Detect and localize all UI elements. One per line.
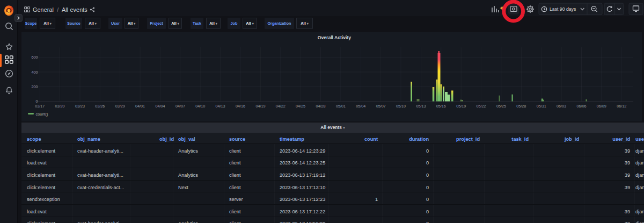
svg-text:05/04: 05/04 — [356, 104, 365, 109]
svg-text:06/12: 06/12 — [617, 104, 626, 109]
svg-text:05/28: 05/28 — [516, 104, 526, 109]
svg-text:03/17: 03/17 — [35, 104, 45, 109]
svg-text:600: 600 — [32, 55, 38, 60]
svg-text:04/10: 04/10 — [195, 104, 205, 109]
svg-text:05/31: 05/31 — [537, 104, 546, 109]
svg-text:04/01: 04/01 — [135, 104, 145, 109]
svg-text:05/19: 05/19 — [456, 104, 466, 109]
svg-text:04/25: 04/25 — [296, 104, 305, 109]
svg-text:04/19: 04/19 — [255, 104, 265, 109]
svg-text:04/07: 04/07 — [175, 104, 185, 109]
svg-text:04/04: 04/04 — [156, 104, 165, 109]
svg-text:05/07: 05/07 — [376, 104, 386, 109]
svg-text:05/25: 05/25 — [496, 104, 506, 109]
svg-text:Last 90 days: Last 90 days — [550, 6, 576, 12]
svg-text:400: 400 — [32, 70, 38, 75]
svg-text:05/01: 05/01 — [336, 104, 346, 109]
svg-text:05/16: 05/16 — [436, 104, 446, 109]
svg-text:Overall Activity: Overall Activity — [318, 35, 351, 40]
svg-text:03/29: 03/29 — [115, 104, 125, 109]
svg-text:200: 200 — [32, 84, 38, 89]
svg-text:04/16: 04/16 — [236, 104, 245, 109]
svg-text:06/09: 06/09 — [597, 104, 606, 109]
svg-text:05/22: 05/22 — [477, 104, 486, 109]
svg-text:count(): count() — [36, 112, 48, 117]
svg-text:03/23: 03/23 — [75, 104, 85, 109]
svg-text:04/13: 04/13 — [216, 104, 225, 109]
svg-text:03/20: 03/20 — [55, 104, 65, 109]
svg-text:03/26: 03/26 — [95, 104, 105, 109]
svg-text:04/28: 04/28 — [316, 104, 326, 109]
svg-text:04/22: 04/22 — [276, 104, 286, 109]
svg-text:05/13: 05/13 — [416, 104, 426, 109]
svg-text:05/10: 05/10 — [396, 104, 406, 109]
svg-text:06/06: 06/06 — [577, 104, 587, 109]
svg-text:06/03: 06/03 — [557, 104, 566, 109]
